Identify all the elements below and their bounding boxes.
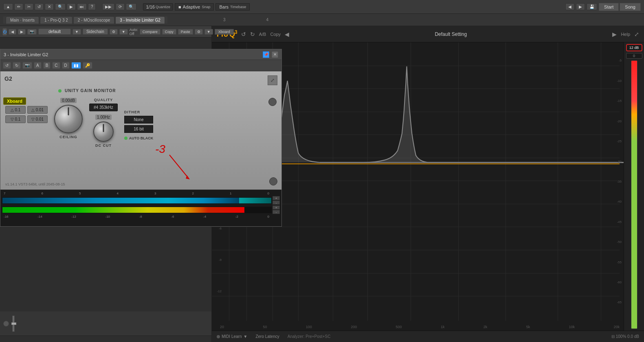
meter-bar-2 [2,207,272,213]
dbr-m55: -55 [609,260,622,264]
top-small-btn[interactable] [268,98,277,106]
d-btn[interactable]: D [62,62,70,69]
proq-header: Pro·Q3 ↺ ↻ A/B Copy ◀ Default Setting ▶ … [212,26,644,42]
snap-icon: ■ [178,4,181,9]
save-btn[interactable]: 💾 [587,3,597,10]
zoom-in-2[interactable]: + [273,205,280,210]
dropdown-btn[interactable]: ▼ [73,29,81,35]
dbr-m25: -25 [609,139,622,143]
mute-tool[interactable]: ✕ [45,3,54,10]
midi-learn-btn[interactable]: MIDI Learn ▼ [217,334,247,339]
erase-tool[interactable]: ✂ [24,3,33,10]
song-button[interactable]: Song [620,3,641,11]
paste-btn[interactable]: Paste [178,29,193,35]
dither-section: DITHER None 16 bit AUTO BLACK [124,110,153,140]
quality-label: QUALITY [94,98,113,102]
proq-undo[interactable]: ↺ [241,31,246,38]
scale-6: 6 [42,192,43,195]
search-btn[interactable]: 🔍 [126,3,136,10]
down-001-btn[interactable]: ▽ 0.01 [27,115,48,123]
up-001-btn[interactable]: △ 0.01 [27,106,48,114]
db-indicator-0: 0 [626,53,642,59]
prev-btn[interactable]: ◀ [9,29,16,35]
next-btn[interactable]: ▶ [18,29,26,35]
adj-btn-row-1: △ 0.1 △ 0.01 [5,106,48,114]
copy-btn[interactable]: Copy [162,29,176,35]
track-record-btn[interactable] [3,321,9,327]
play-tool[interactable]: ▶ [67,3,76,10]
ceiling-knob[interactable] [54,105,83,133]
skip-tool[interactable]: ⏭ [77,3,87,10]
track-fader-thumb[interactable] [11,322,16,325]
question-tool[interactable]: ? [88,3,96,10]
ceiling-label: CEILING [59,135,77,139]
vu-meters: 7 6 5 4 3 2 1 0 + - [0,190,281,226]
select-tool[interactable]: ▲ [3,3,13,10]
redo-btn[interactable]: ↻ [13,62,21,69]
loop-tool[interactable]: ↺ [35,3,44,10]
loop-btn[interactable]: ⟳ [116,3,125,10]
proq-copy[interactable]: Copy [270,32,281,37]
up-01-btn[interactable]: △ 0.1 [5,106,26,114]
quality-display[interactable]: #4 353kHz [89,104,118,111]
proq-bottom: MIDI Learn ▼ Zero Latency Analyzer: Pre+… [212,331,644,342]
zoom-in-1[interactable]: + [273,196,280,200]
dither-16bit-btn[interactable]: 16 bit [124,125,153,133]
dropdown3-btn[interactable]: ▼ [204,29,213,35]
undo-btn[interactable]: ↺ [3,62,11,69]
auto-label: Auto: Off [130,28,138,36]
scale-7: 7 [4,192,5,195]
svg-marker-2 [186,175,190,179]
right-db-strip: 12 dB 0 [624,42,644,331]
meter-bar-1 [2,197,272,204]
bottom-small-btn[interactable] [269,177,277,185]
proq-next[interactable]: ▶ [612,31,617,38]
plugin-close-btn[interactable]: ✕ [272,51,278,58]
dither-none-btn[interactable]: None [124,116,153,124]
meter-fill-2 [2,207,244,213]
nav-left[interactable]: ◀ [565,3,574,10]
camera-btn[interactable]: 📷 [27,29,37,35]
nav-right[interactable]: ▶ [576,3,585,10]
dc-cut-knob[interactable] [93,121,114,142]
zoom-out-1[interactable]: - [273,201,280,205]
tab-invisible[interactable]: 3 - Invisible Limiter G2 [115,16,165,24]
track-fader-area [12,316,15,332]
plugin-toolbar: ↺ ↻ 📷 A B C D ▮▮ 🔑 [0,60,281,71]
start-button[interactable]: Start [599,3,619,11]
b-btn[interactable]: B [43,62,51,69]
proq-redo[interactable]: ↻ [250,31,255,38]
tab-proq[interactable]: 1 - Pro-Q 3 2 [40,16,73,24]
power-btn[interactable]: ⏻ [2,28,7,35]
tab-main-inserts[interactable]: Main · Inserts [6,16,39,24]
zoom-out-2[interactable]: - [273,210,280,214]
key-btn[interactable]: 🔑 [83,62,92,69]
track-fader[interactable] [12,316,15,332]
gear2-btn[interactable]: ⚙ [195,29,203,35]
draw-tool[interactable]: ✏ [14,3,23,10]
plugin-pin-btn[interactable]: 📌 [263,51,269,58]
down-01-btn[interactable]: ▽ 0.1 [5,115,26,123]
xboard-btn[interactable]: Xboard [215,29,234,35]
sidechain-btn[interactable]: Sidechain [83,29,108,35]
proq-expand[interactable]: ⤢ [634,31,639,38]
gear-btn[interactable]: ⚙ [110,29,118,35]
proq-help[interactable]: Help [621,32,630,37]
fast-forward[interactable]: ▶▶ [102,3,114,10]
proq-ab[interactable]: A/B [259,32,266,37]
midi-dropdown-icon: ▼ [243,334,247,339]
c-btn[interactable]: C [52,62,60,69]
scale-m14: -14 [37,215,42,218]
active-indicator[interactable]: ▮▮ [71,62,81,69]
freq-200: 200 [351,325,357,329]
xboard-label[interactable]: Xboard [3,97,26,105]
a-btn[interactable]: A [34,62,42,69]
zoom-tool[interactable]: 🔍 [55,3,66,10]
expand-btn[interactable]: ⤢ [268,75,277,85]
proq-prev[interactable]: ◀ [285,31,289,38]
compare-btn[interactable]: Compare [140,29,160,35]
tab-mosc[interactable]: 2 - MOscilloscope [73,16,114,24]
track-area [0,311,211,342]
snapshot-btn[interactable]: 📷 [22,62,32,69]
dropdown2-btn[interactable]: ▼ [119,29,128,35]
